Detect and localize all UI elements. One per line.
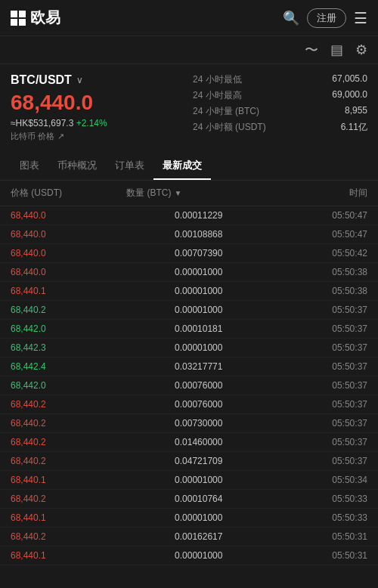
trade-time: 05:50:38 [271,286,367,296]
settings-icon[interactable]: ⚙ [355,42,367,58]
trade-amount: 0.00010181 [126,323,271,334]
trade-price: 68,440.0 [11,248,126,258]
trade-row: 68,440.0 0.00001000 05:50:38 [0,263,378,282]
tab-chart[interactable]: 图表 [11,151,48,180]
pair-chevron-icon[interactable]: ∨ [76,75,83,85]
trade-time: 05:50:37 [271,361,367,372]
trade-time: 05:50:47 [271,210,367,221]
trade-amount: 0.00707390 [126,248,271,258]
trade-time: 05:50:31 [271,550,367,561]
trade-amount: 0.00001000 [126,342,271,353]
filter-icon[interactable]: ▼ [174,189,181,197]
trade-price: 68,440.0 [11,210,126,221]
tab-orders[interactable]: 订单表 [106,151,153,180]
stat-label-3: 24 小时额 (USDT) [193,121,266,134]
trade-row: 68,442.4 0.03217771 05:50:37 [0,357,378,376]
hk-price-row: ≈HK$531,697.3 +2.14% [11,118,185,128]
trade-amount: 0.00162617 [126,531,271,542]
stat-row-2: 24 小时量 (BTC) 8,955 [193,105,367,118]
trade-amount: 0.00011229 [126,210,271,221]
trade-row: 68,440.2 0.01460000 05:50:37 [0,433,378,452]
trade-price: 68,440.2 [11,418,126,429]
trade-price: 68,440.0 [11,267,126,277]
trade-row: 68,440.2 0.00730000 05:50:37 [0,414,378,433]
trade-time: 05:50:34 [271,475,367,485]
stat-value-0: 67,005.0 [332,73,367,86]
price-left: BTC/USDT ∨ 68,440.0 ≈HK$531,697.3 +2.14%… [11,73,185,142]
trade-row: 68,442.0 0.00076000 05:50:37 [0,376,378,395]
btc-label: 比特币 价格 ↗ [11,131,185,142]
trade-price: 68,440.2 [11,494,126,504]
logo-icon [11,11,26,26]
trade-amount: 0.04721709 [126,456,271,466]
header-actions: 🔍 注册 ☰ [283,8,367,28]
trade-row: 68,440.2 0.00001000 05:50:37 [0,301,378,320]
trade-amount: 0.00730000 [126,418,271,429]
trade-time: 05:50:37 [271,399,367,410]
trade-amount: 0.00001000 [126,475,271,485]
trade-amount: 0.00076000 [126,399,271,410]
trade-row: 68,440.2 0.00010764 05:50:33 [0,490,378,509]
trade-row: 68,440.2 0.04721709 05:50:37 [0,452,378,471]
trade-amount: 0.00001000 [126,512,271,523]
table-header: 价格 (USDT) 数量 (BTC) ▼ 时间 [0,181,378,206]
stat-label-2: 24 小时量 (BTC) [193,105,259,118]
stat-row-1: 24 小时最高 69,000.0 [193,89,367,102]
trade-amount: 0.00001000 [126,305,271,315]
trade-price: 68,440.2 [11,531,126,542]
tab-trades[interactable]: 最新成交 [153,151,211,180]
search-button[interactable]: 🔍 [283,10,299,26]
price-col-header: 价格 (USDT) [11,187,126,200]
tab-overview[interactable]: 币种概况 [48,151,106,180]
chart-wave-icon[interactable]: 〜 [305,41,318,59]
trade-price: 68,440.1 [11,512,126,523]
stat-label-1: 24 小时最高 [193,89,242,102]
change-pct: +2.14% [76,118,107,128]
trade-time: 05:50:31 [271,531,367,542]
trade-row: 68,440.0 0.00011229 05:50:47 [0,206,378,225]
trade-price: 68,442.0 [11,380,126,391]
external-link-icon: ↗ [57,132,64,141]
trade-price: 68,440.1 [11,550,126,561]
card-icon[interactable]: ▤ [330,42,343,58]
trade-price: 68,442.3 [11,342,126,353]
register-button[interactable]: 注册 [307,8,346,28]
trade-time: 05:50:37 [271,456,367,466]
trade-row: 68,440.2 0.00076000 05:50:37 [0,395,378,414]
logo-text: 欧易 [30,8,60,28]
trade-time: 05:50:42 [271,248,367,258]
trade-row: 68,440.1 0.00001000 05:50:33 [0,509,378,528]
trade-time: 05:50:38 [271,267,367,277]
trade-price: 68,440.1 [11,475,126,485]
stat-value-1: 69,000.0 [332,89,367,102]
trade-row: 68,440.1 0.00001000 05:50:31 [0,546,378,565]
trade-time: 05:50:37 [271,437,367,447]
trade-amount: 0.00001000 [126,267,271,277]
price-section: BTC/USDT ∨ 68,440.0 ≈HK$531,697.3 +2.14%… [0,64,378,151]
trade-time: 05:50:47 [271,229,367,240]
time-col-header: 时间 [271,187,367,200]
stat-value-2: 8,955 [345,105,367,118]
trade-time: 05:50:37 [271,418,367,429]
trade-row: 68,440.0 0.00108868 05:50:47 [0,225,378,244]
trade-time: 05:50:33 [271,494,367,504]
pair-row: BTC/USDT ∨ [11,73,185,87]
trade-amount: 0.00001000 [126,550,271,561]
stat-value-3: 6.11亿 [341,121,367,134]
trade-amount: 0.00001000 [126,286,271,296]
pair-name: BTC/USDT [11,73,72,87]
trade-time: 05:50:37 [271,342,367,353]
trade-price: 68,440.0 [11,229,126,240]
trade-price: 68,440.2 [11,305,126,315]
trade-amount: 0.01460000 [126,437,271,447]
trade-time: 05:50:37 [271,305,367,315]
trade-time: 05:50:37 [271,323,367,334]
trade-row: 68,442.0 0.00010181 05:50:37 [0,320,378,339]
trade-time: 05:50:37 [271,380,367,391]
menu-button[interactable]: ☰ [354,9,367,27]
trade-time: 05:50:33 [271,512,367,523]
trade-row: 68,440.1 0.00001000 05:50:34 [0,471,378,490]
trade-row: 68,440.0 0.00707390 05:50:42 [0,244,378,263]
hk-price-value: ≈HK$531,697.3 [11,118,73,128]
trade-price: 68,442.4 [11,361,126,372]
